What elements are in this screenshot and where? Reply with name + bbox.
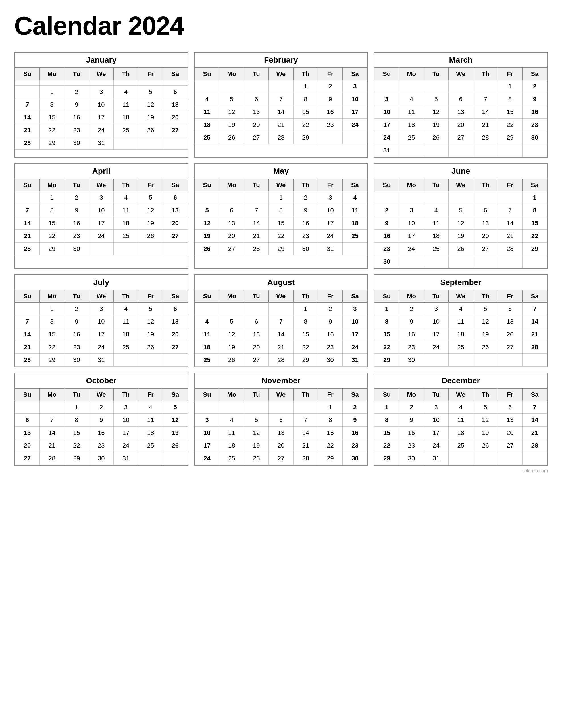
week-row: 3456789 [374,93,547,106]
day-cell: 25 [195,131,219,144]
day-cell: 30 [318,354,343,367]
day-cell: 14 [15,217,40,230]
day-cell: 23 [399,439,424,452]
day-cell: 23 [318,119,343,131]
day-cell: 28 [269,354,293,367]
day-cell: 11 [219,427,244,439]
day-cell: 12 [163,414,188,427]
day-cell [498,354,522,367]
day-header-we: We [89,389,114,401]
day-cell: 22 [318,439,343,452]
week-row [15,80,188,86]
day-header-sa: Sa [163,179,188,191]
day-header-su: Su [374,179,399,191]
day-cell: 26 [473,439,498,452]
day-cell: 2 [64,303,89,315]
day-cell [219,303,244,315]
day-header-tu: Tu [244,179,269,191]
day-cell: 6 [15,414,40,427]
day-cell: 16 [89,427,114,439]
day-cell: 19 [138,111,163,124]
day-cell: 30 [64,354,89,367]
day-cell: 20 [219,230,244,243]
day-cell: 19 [138,328,163,341]
day-cell [195,80,219,93]
day-cell: 21 [293,439,318,452]
day-header-fr: Fr [318,290,343,303]
day-cell [399,191,424,204]
day-cell: 12 [195,217,219,230]
day-cell: 3 [374,93,399,106]
day-cell: 6 [498,401,522,414]
month-july: JulySuMoTuWeThFrSa1234567891011121314151… [14,274,188,367]
week-row: 18192021222324 [195,119,367,131]
day-cell: 22 [40,341,64,354]
day-cell: 4 [114,303,138,315]
day-cell: 7 [522,401,547,414]
day-cell: 30 [293,243,318,255]
day-cell: 13 [163,98,188,111]
day-cell: 26 [424,131,448,144]
day-cell: 2 [343,401,367,414]
day-cell: 14 [244,217,269,230]
day-cell: 11 [114,204,138,217]
day-cell: 12 [244,427,269,439]
day-cell: 17 [195,439,219,452]
day-cell [374,191,399,204]
day-cell [473,255,498,268]
week-row: 12131415161718 [195,217,367,230]
day-header-mo: Mo [40,389,64,401]
day-cell: 9 [318,315,343,328]
week-row: 14151617181920 [15,328,188,341]
week-row: 22232425262728 [374,439,547,452]
day-cell [473,144,498,157]
day-cell: 20 [498,328,522,341]
day-header-fr: Fr [498,389,522,401]
day-cell: 25 [114,230,138,243]
day-cell [15,86,40,98]
week-row: 123456 [15,86,188,98]
month-title: October [15,373,188,388]
day-header-mo: Mo [219,179,244,191]
day-cell: 6 [163,86,188,98]
day-cell [473,452,498,465]
day-cell: 15 [522,217,547,230]
day-cell: 5 [473,303,498,315]
day-cell: 28 [473,131,498,144]
day-cell: 3 [89,86,114,98]
day-cell: 17 [374,119,399,131]
day-header-we: We [269,68,293,80]
day-cell: 13 [473,217,498,230]
day-cell: 8 [374,414,399,427]
day-cell: 30 [89,452,114,465]
day-header-we: We [89,68,114,80]
day-header-fr: Fr [318,179,343,191]
day-cell: 16 [399,427,424,439]
day-cell: 29 [40,243,64,255]
day-cell: 1 [374,303,399,315]
day-cell: 11 [399,106,424,119]
day-cell: 1 [522,191,547,204]
week-row: 6789101112 [15,414,188,427]
month-november: NovemberSuMoTuWeThFrSa123456789101112131… [194,373,368,466]
day-header-fr: Fr [498,68,522,80]
day-header-su: Su [15,389,40,401]
day-header-th: Th [114,389,138,401]
day-cell: 27 [269,452,293,465]
day-cell: 12 [219,106,244,119]
day-cell: 9 [64,98,89,111]
day-header-mo: Mo [399,389,424,401]
day-cell: 10 [343,315,367,328]
day-cell: 6 [448,93,473,106]
week-row: 123 [195,303,367,315]
day-cell [424,255,448,268]
day-cell: 8 [522,204,547,217]
day-cell: 16 [318,328,343,341]
day-cell: 27 [15,452,40,465]
week-row: 1234 [195,191,367,204]
day-cell: 2 [374,204,399,217]
day-cell: 11 [114,315,138,328]
day-cell: 13 [15,427,40,439]
day-header-fr: Fr [318,68,343,80]
day-cell: 5 [473,401,498,414]
